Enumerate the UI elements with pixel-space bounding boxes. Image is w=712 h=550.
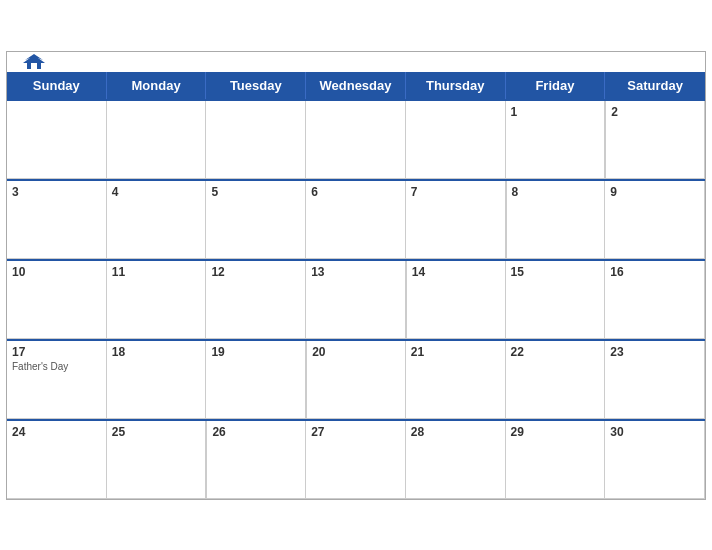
date-number: 12 (211, 265, 300, 279)
calendar-cell: 29 (506, 421, 606, 499)
date-number: 7 (411, 185, 500, 199)
calendar-cell: 23 (605, 341, 705, 419)
date-number: 28 (411, 425, 500, 439)
day-header-monday: Monday (107, 72, 207, 99)
calendar-cell: 18 (107, 341, 207, 419)
calendar-cell: 2 (605, 101, 705, 179)
calendar-cell: 19 (206, 341, 306, 419)
date-number: 21 (411, 345, 500, 359)
date-number: 4 (112, 185, 201, 199)
calendar-cell: 11 (107, 261, 207, 339)
calendar-cell (406, 101, 506, 179)
day-header-thursday: Thursday (406, 72, 506, 99)
calendar-cell: 15 (506, 261, 606, 339)
date-number: 9 (610, 185, 699, 199)
calendar-cell: 26 (206, 421, 306, 499)
calendar-cell (206, 101, 306, 179)
date-number: 25 (112, 425, 201, 439)
calendar-cell: 7 (406, 181, 506, 259)
date-number: 27 (311, 425, 400, 439)
calendar-cell: 8 (506, 181, 606, 259)
date-number: 13 (311, 265, 400, 279)
calendar-cell: 12 (206, 261, 306, 339)
calendar-cell: 24 (7, 421, 107, 499)
calendar-cell: 21 (406, 341, 506, 419)
calendar-cell: 14 (406, 261, 506, 339)
date-number: 8 (512, 185, 600, 199)
date-number: 17 (12, 345, 101, 359)
date-number: 19 (211, 345, 300, 359)
date-number: 24 (12, 425, 101, 439)
date-number: 14 (412, 265, 500, 279)
day-header-tuesday: Tuesday (206, 72, 306, 99)
calendar-cell: 4 (107, 181, 207, 259)
date-number: 3 (12, 185, 101, 199)
calendar-cell: 16 (605, 261, 705, 339)
calendar-cell: 3 (7, 181, 107, 259)
calendar-cell: 20 (306, 341, 406, 419)
calendar-cell: 25 (107, 421, 207, 499)
date-number: 26 (212, 425, 300, 439)
logo (23, 53, 48, 71)
date-number: 22 (511, 345, 600, 359)
calendar-cell: 28 (406, 421, 506, 499)
day-header-wednesday: Wednesday (306, 72, 406, 99)
day-headers: SundayMondayTuesdayWednesdayThursdayFrid… (7, 72, 705, 99)
calendar-cell: 27 (306, 421, 406, 499)
calendar-cell (107, 101, 207, 179)
date-number: 29 (511, 425, 600, 439)
calendar-cell: 9 (605, 181, 705, 259)
date-number: 2 (611, 105, 699, 119)
date-number: 1 (511, 105, 600, 119)
event-label: Father's Day (12, 361, 101, 372)
calendar-cell: 5 (206, 181, 306, 259)
calendar-cell: 22 (506, 341, 606, 419)
date-number: 5 (211, 185, 300, 199)
day-header-friday: Friday (506, 72, 606, 99)
calendar-grid: 1234567891011121314151617Father's Day181… (7, 99, 705, 499)
calendar-header (7, 52, 705, 72)
calendar-cell: 17Father's Day (7, 341, 107, 419)
date-number: 16 (610, 265, 699, 279)
calendar-cell: 6 (306, 181, 406, 259)
calendar-cell (7, 101, 107, 179)
calendar-cell: 1 (506, 101, 606, 179)
logo-bird-icon (23, 53, 45, 71)
date-number: 30 (610, 425, 699, 439)
calendar-cell (306, 101, 406, 179)
date-number: 20 (312, 345, 400, 359)
calendar-cell: 10 (7, 261, 107, 339)
date-number: 23 (610, 345, 699, 359)
date-number: 15 (511, 265, 600, 279)
date-number: 10 (12, 265, 101, 279)
day-header-saturday: Saturday (605, 72, 705, 99)
date-number: 6 (311, 185, 400, 199)
day-header-sunday: Sunday (7, 72, 107, 99)
calendar-cell: 30 (605, 421, 705, 499)
date-number: 11 (112, 265, 201, 279)
date-number: 18 (112, 345, 201, 359)
calendar-cell: 13 (306, 261, 406, 339)
calendar: SundayMondayTuesdayWednesdayThursdayFrid… (6, 51, 706, 500)
